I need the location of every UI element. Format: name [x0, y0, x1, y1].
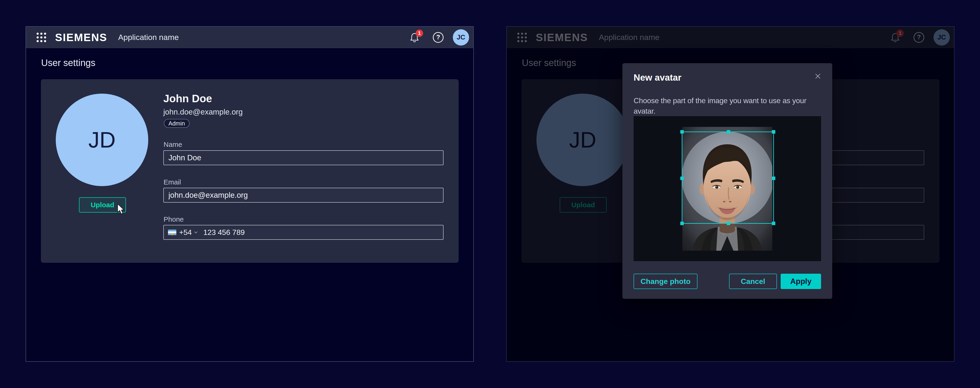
crop-handle-bottom-left[interactable] — [680, 222, 684, 225]
crop-handle-bottom-right[interactable] — [772, 222, 775, 225]
mouse-cursor-icon — [116, 203, 126, 215]
crop-handle-middle-right[interactable] — [772, 177, 775, 180]
crop-handle-top-left[interactable] — [680, 130, 684, 134]
crop-handle-top-center[interactable] — [727, 130, 730, 134]
user-menu-avatar[interactable]: JC — [453, 29, 469, 46]
crop-handle-middle-left[interactable] — [680, 177, 684, 180]
phone-number-value: 123 456 789 — [203, 228, 245, 237]
app-launcher-button[interactable] — [35, 31, 48, 43]
new-avatar-modal: New avatar Choose the part of the image … — [622, 63, 832, 299]
modal-footer: Change photo Cancel Apply — [633, 274, 821, 289]
modal-description: Choose the part of the image you want to… — [633, 95, 822, 116]
close-icon — [814, 72, 822, 80]
role-badge: Admin — [164, 119, 189, 128]
question-icon: ? — [436, 34, 440, 41]
user-settings-card: JD Upload John Doe john.doe@example.org … — [41, 79, 459, 263]
name-label: Name — [164, 141, 182, 148]
dial-code: +54 — [179, 228, 192, 237]
page-title: User settings — [41, 57, 95, 68]
chevron-down-icon — [194, 231, 198, 234]
app-header: SIEMENS Application name 1 ? JC — [26, 27, 473, 48]
profile-email: john.doe@example.org — [163, 108, 243, 116]
name-input[interactable] — [163, 150, 444, 165]
apply-button[interactable]: Apply — [781, 274, 821, 289]
email-label: Email — [164, 178, 181, 186]
crop-handle-top-right[interactable] — [772, 130, 775, 134]
country-select-dropdown[interactable] — [194, 231, 198, 234]
email-input[interactable] — [163, 188, 444, 203]
profile-display-name: John Doe — [163, 92, 212, 105]
help-button[interactable]: ? — [433, 32, 444, 43]
crop-handle-bottom-center[interactable] — [727, 222, 730, 225]
notification-count-badge: 1 — [416, 30, 423, 37]
siemens-logo: SIEMENS — [55, 31, 107, 44]
cancel-button[interactable]: Cancel — [729, 274, 777, 289]
argentina-flag-icon — [168, 229, 177, 235]
phone-input[interactable]: +54 123 456 789 — [163, 225, 444, 240]
profile-avatar: JD — [56, 94, 148, 186]
avatar-crop-stage — [633, 116, 821, 261]
change-photo-button[interactable]: Change photo — [633, 274, 697, 289]
notifications-button[interactable]: 1 — [409, 32, 420, 43]
close-button[interactable] — [813, 71, 823, 81]
crop-selection[interactable] — [682, 132, 774, 224]
app-launcher-grid-icon — [36, 32, 47, 43]
application-name: Application name — [118, 33, 179, 42]
phone-label: Phone — [164, 215, 184, 223]
user-settings-window: SIEMENS Application name 1 ? JC User set… — [25, 26, 474, 362]
modal-title: New avatar — [633, 73, 821, 83]
